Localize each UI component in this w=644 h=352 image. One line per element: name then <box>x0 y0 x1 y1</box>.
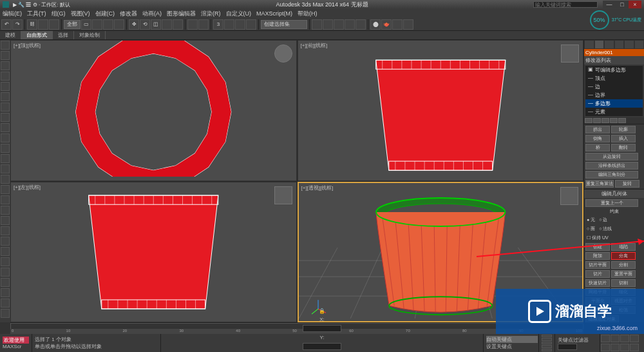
stack-unique-icon[interactable] <box>601 118 609 123</box>
link-icon[interactable]: ⛓ <box>27 19 37 30</box>
key-filters-button[interactable]: 关键点过滤器 <box>558 337 597 344</box>
material-editor-icon[interactable]: ⬤ <box>370 19 381 30</box>
zoom-all-icon[interactable] <box>601 344 610 351</box>
percent-snap-icon[interactable] <box>235 19 245 30</box>
render-icon[interactable] <box>403 19 413 30</box>
redo-icon[interactable]: ↷ <box>12 19 23 30</box>
x-input[interactable] <box>303 325 341 332</box>
stack-item-element[interactable]: —元素 <box>585 108 643 116</box>
menu-grapheditors[interactable]: 图形编辑器 <box>167 10 196 18</box>
stack-item-border[interactable]: —边界 <box>585 91 643 99</box>
lt-icon-10[interactable] <box>1 133 10 142</box>
btn-collapse[interactable]: 塌陷 <box>611 243 636 251</box>
render-frame-icon[interactable] <box>392 19 402 30</box>
lt-icon-7[interactable] <box>1 103 10 112</box>
menu-animation[interactable]: 动画(A) <box>142 10 162 18</box>
lt-icon-16[interactable] <box>1 195 10 204</box>
cmd-tab-modify-icon[interactable] <box>594 40 605 49</box>
lt-icon-17[interactable] <box>1 206 10 215</box>
menu-tools[interactable]: 工具(T) <box>27 10 46 18</box>
help-search[interactable] <box>533 1 598 8</box>
stack-show-icon[interactable] <box>593 118 601 123</box>
btn-reset-plane[interactable]: 重置平面 <box>611 270 636 278</box>
lt-icon-26[interactable] <box>1 298 10 308</box>
btn-hinge[interactable]: 从边旋转 <box>585 153 638 161</box>
ribbon-tab-modeling[interactable]: 建模 <box>0 31 21 39</box>
menu-create[interactable]: 创建(C) <box>95 10 115 18</box>
lt-icon-25[interactable] <box>1 288 10 297</box>
btn-bridge[interactable]: 桥 <box>585 144 610 152</box>
ribbon-tab-freeform[interactable]: 自由形式 <box>21 31 53 39</box>
stack-config-icon[interactable] <box>618 118 626 123</box>
lt-icon-5[interactable] <box>1 82 10 91</box>
lt-icon-18[interactable] <box>1 216 10 225</box>
btn-slice[interactable]: 切片 <box>585 270 610 278</box>
radio-none[interactable]: ● 无 <box>587 217 595 223</box>
rollout-edit-geometry[interactable]: 编辑几何体 <box>584 190 644 198</box>
btn-create[interactable]: 创建 <box>585 243 610 251</box>
mirror-icon[interactable] <box>312 19 322 30</box>
lt-icon-14[interactable] <box>1 175 10 184</box>
window-crossing-icon[interactable] <box>114 19 124 30</box>
btn-detach[interactable]: 分离 <box>611 252 636 260</box>
help-search-input[interactable] <box>533 1 598 8</box>
angle-snap-icon[interactable] <box>224 19 234 30</box>
select-icon[interactable]: ▭ <box>81 19 91 30</box>
y-input[interactable] <box>303 343 341 350</box>
btn-cut[interactable]: 切割 <box>611 279 636 287</box>
prev-frame-icon[interactable] <box>542 338 552 340</box>
layers-icon[interactable] <box>334 19 344 30</box>
btn-quickslice[interactable]: 快速切片 <box>585 279 610 287</box>
move-icon[interactable]: ✥ <box>129 19 139 30</box>
menu-render[interactable]: 渲染(R) <box>201 10 221 18</box>
schematic-icon[interactable] <box>355 19 366 30</box>
unlink-icon[interactable] <box>38 19 48 30</box>
render-setup-icon[interactable]: 🫖 <box>381 19 392 30</box>
pivot-icon[interactable] <box>173 19 183 30</box>
lt-icon-11[interactable] <box>1 144 10 153</box>
keyboard-icon[interactable] <box>198 19 209 30</box>
scale-icon[interactable]: ◫ <box>151 19 161 30</box>
snap-icon[interactable]: 3 <box>213 19 223 30</box>
select-name-icon[interactable] <box>92 19 102 30</box>
lt-icon-22[interactable] <box>1 257 10 266</box>
stack-remove-icon[interactable] <box>610 118 618 123</box>
btn-turn[interactable]: 旋转 <box>615 180 639 188</box>
btn-bevel[interactable]: 倒角 <box>585 135 610 142</box>
modifier-list-dropdown[interactable]: 修改器列表 <box>584 56 644 64</box>
btn-split[interactable]: 分割 <box>611 261 636 269</box>
viewport-top[interactable]: [+][顶][线框] <box>10 40 297 181</box>
radio-edge[interactable]: ○ 边 <box>599 217 607 223</box>
lt-icon-1[interactable] <box>1 41 10 50</box>
bind-icon[interactable] <box>49 19 59 30</box>
menu-edit[interactable]: 编辑(E) <box>3 10 22 18</box>
btn-repeat-last[interactable]: 重复上一个 <box>585 199 638 207</box>
lt-icon-27[interactable] <box>1 309 10 318</box>
lt-icon-13[interactable] <box>1 164 10 173</box>
next-frame-icon[interactable] <box>542 345 552 347</box>
window-min-button[interactable]: — <box>603 1 616 8</box>
stack-item-polygon[interactable]: —多边形 <box>585 99 643 108</box>
btn-extrude-spline[interactable]: 沿样条线挤出 <box>585 162 638 170</box>
ribbon-tab-selection[interactable]: 选择 <box>53 31 74 39</box>
btn-edit-tri[interactable]: 编辑三角剖分 <box>585 171 638 179</box>
orbit-icon[interactable] <box>611 344 620 351</box>
cmd-tab-display-icon[interactable] <box>624 40 634 49</box>
lt-icon-4[interactable] <box>1 72 10 81</box>
set-key-button[interactable]: 设置关键点 <box>486 343 538 350</box>
lt-icon-23[interactable] <box>1 268 10 277</box>
zoom-icon[interactable] <box>611 335 620 342</box>
btn-extrude[interactable]: 挤出 <box>585 126 610 133</box>
manip-icon[interactable] <box>187 19 198 30</box>
menu-group[interactable]: 组(G) <box>52 10 66 18</box>
menu-view[interactable]: 视图(V) <box>71 10 90 18</box>
lt-icon-21[interactable] <box>1 247 10 256</box>
window-close-button[interactable]: × <box>629 1 641 8</box>
nav-icon[interactable] <box>630 344 639 351</box>
stack-item-editpoly[interactable]: ▣可编辑多边形 <box>585 66 643 74</box>
lt-icon-8[interactable] <box>1 113 10 122</box>
spinner-snap-icon[interactable] <box>246 19 256 30</box>
max-toggle-icon[interactable] <box>620 344 629 351</box>
auto-key-button[interactable]: 自动关键点 <box>486 336 538 343</box>
viewport-left[interactable]: [+][左][线框] <box>10 182 297 323</box>
